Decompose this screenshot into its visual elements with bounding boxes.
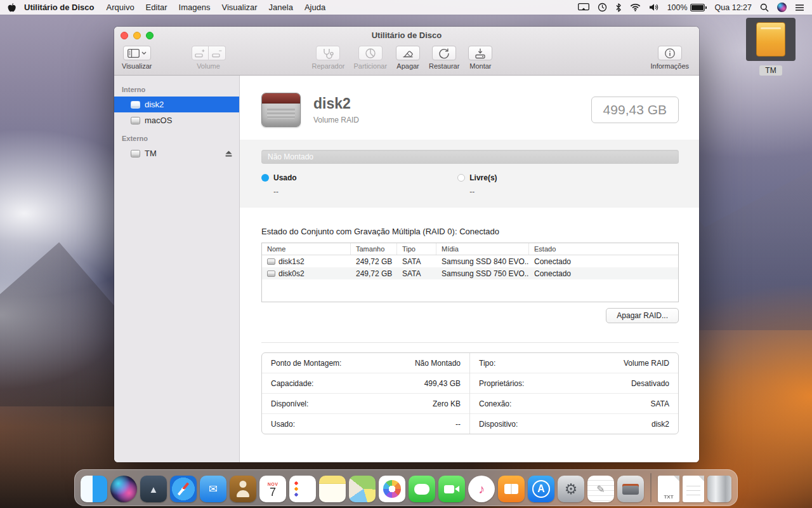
legend-free-value: -- xyxy=(469,187,653,196)
sidebar-item-macos[interactable]: macOS xyxy=(114,112,239,128)
menu-janela[interactable]: Janela xyxy=(263,3,299,12)
dock-calendar-icon[interactable]: NOV7 xyxy=(259,476,286,502)
raid-status-title: Estado do Conjunto com Gravação Múltipla… xyxy=(261,227,679,236)
screen-mirroring-icon[interactable] xyxy=(578,3,589,11)
info-value: Não Montado xyxy=(415,359,461,368)
app-store-glyph: A xyxy=(532,480,550,498)
first-aid-group: Reparador xyxy=(312,46,345,70)
remove-volume-button[interactable] xyxy=(209,46,226,60)
dock-itunes-icon[interactable]: ♪ xyxy=(468,476,495,502)
table-cell: SATA xyxy=(397,269,436,278)
battery-indicator[interactable]: 100% xyxy=(667,3,707,12)
apple-menu-icon[interactable] xyxy=(8,3,16,13)
dock-reminders-icon[interactable] xyxy=(289,476,316,502)
dock-notes-icon[interactable] xyxy=(319,476,346,502)
siri-menu-icon[interactable] xyxy=(777,3,787,12)
dock-safari-icon[interactable] xyxy=(170,476,197,502)
table-row[interactable]: disk1s2249,72 GBSATASamsung SSD 840 EVO.… xyxy=(262,255,678,267)
menubar-clock[interactable]: Qua 12:27 xyxy=(715,3,752,12)
dock-app-store-icon[interactable]: A xyxy=(528,476,554,502)
dock-textedit-icon[interactable]: ✎ xyxy=(587,476,614,502)
sidebar-item-label: disk2 xyxy=(145,100,164,109)
sidebar-item-label: macOS xyxy=(145,116,172,125)
dock-contacts-icon[interactable] xyxy=(230,476,256,502)
sidebar-item-disk2[interactable]: disk2 xyxy=(114,97,239,112)
info-value: Desativado xyxy=(631,379,669,388)
dock-photos-icon[interactable] xyxy=(379,476,405,502)
column-header-tipo[interactable]: Tipo xyxy=(397,243,436,255)
dock-launchpad-icon[interactable]: ▲ xyxy=(140,476,167,502)
dock-mail-icon[interactable]: ✉ xyxy=(200,476,226,502)
disk-icon xyxy=(267,271,275,277)
menu-imagens[interactable]: Imagens xyxy=(173,3,216,12)
column-header-mídia[interactable]: Mídia xyxy=(436,243,529,255)
info-label: Ponto de Montagem: xyxy=(271,359,341,368)
info-row: Usado:-- xyxy=(262,414,469,434)
window-sidebar: Internodisk2macOSExternoTM xyxy=(114,76,240,462)
column-header-estado[interactable]: Estado xyxy=(529,243,678,255)
tm-icon-label: TM xyxy=(759,65,782,76)
column-header-tamanho[interactable]: Tamanho xyxy=(351,243,397,255)
menu-ajuda[interactable]: Ajuda xyxy=(299,3,331,12)
mount-icon xyxy=(475,48,486,59)
notification-center-icon[interactable] xyxy=(795,4,804,11)
tm-selection-highlight xyxy=(746,18,796,61)
delete-raid-button[interactable]: Apagar RAID... xyxy=(606,308,679,323)
spotlight-icon[interactable] xyxy=(760,3,769,12)
erase-button[interactable] xyxy=(396,46,420,60)
view-button[interactable] xyxy=(123,46,151,60)
dock-system-preferences-icon[interactable]: ⚙ xyxy=(558,476,584,502)
menu-bar: Utilitário de Disco ArquivoEditarImagens… xyxy=(0,0,812,15)
volume-toolbar-group: Volume xyxy=(192,46,226,70)
first-aid-button[interactable] xyxy=(316,46,340,60)
dock-facetime-icon[interactable] xyxy=(438,476,465,502)
info-row: Conexão:SATA xyxy=(470,394,678,414)
desktop-icon-tm[interactable]: TM xyxy=(746,18,796,76)
dock-maps-icon[interactable] xyxy=(349,476,376,502)
dock-disk-utility-icon[interactable] xyxy=(617,476,644,502)
legend-used-dot xyxy=(261,174,269,182)
eject-button[interactable] xyxy=(225,150,233,157)
time-machine-icon[interactable] xyxy=(598,3,607,12)
dock-messages-icon[interactable] xyxy=(409,476,435,502)
table-cell: disk1s2 xyxy=(262,257,351,266)
menubar-app-name[interactable]: Utilitário de Disco xyxy=(24,3,95,12)
info-button[interactable] xyxy=(658,46,682,60)
wifi-icon[interactable] xyxy=(630,3,641,11)
menu-arquivo[interactable]: Arquivo xyxy=(101,3,140,12)
sidebar-item-tm[interactable]: TM xyxy=(114,145,239,161)
info-value: 499,43 GB xyxy=(424,379,461,388)
mount-button[interactable] xyxy=(468,46,492,60)
dock-trash-icon[interactable] xyxy=(707,476,731,502)
raid-members-table: NomeTamanhoTipoMídiaEstado disk1s2249,72… xyxy=(261,243,679,302)
volume-label: Volume xyxy=(197,62,220,70)
info-row: Capacidade:499,43 GB xyxy=(262,373,469,394)
bluetooth-icon[interactable] xyxy=(615,3,622,12)
restore-label: Restaurar xyxy=(429,62,459,70)
legend-used-label: Usado xyxy=(273,173,297,182)
title-bar[interactable]: Utilitário de Disco xyxy=(114,27,699,44)
remove-volume-icon xyxy=(212,49,222,58)
partition-button[interactable] xyxy=(358,46,383,60)
desktop: Utilitário de Disco ArquivoEditarImagens… xyxy=(0,0,812,508)
menu-visualizar[interactable]: Visualizar xyxy=(216,3,263,12)
info-label: Usado: xyxy=(271,420,295,429)
info-value: -- xyxy=(455,420,461,429)
table-cell: Conectado xyxy=(529,269,678,278)
add-volume-button[interactable] xyxy=(192,46,209,60)
restore-button[interactable] xyxy=(432,46,456,60)
dock-txt-file-icon[interactable]: TXT xyxy=(658,476,679,502)
dock-doc-file-icon[interactable] xyxy=(683,476,704,502)
dock-separator xyxy=(650,473,652,502)
info-col-right: Tipo:Volume RAIDProprietários:Desativado… xyxy=(470,353,678,434)
first-aid-label: Reparador xyxy=(312,62,345,70)
volume-icon[interactable] xyxy=(649,3,659,11)
dock-ibooks-icon[interactable] xyxy=(498,476,525,502)
table-row[interactable]: disk0s2249,72 GBSATASamsung SSD 750 EVO.… xyxy=(262,267,678,279)
window-title: Utilitário de Disco xyxy=(114,30,699,40)
column-header-nome[interactable]: Nome xyxy=(262,243,351,255)
dock-finder-icon[interactable] xyxy=(81,476,107,502)
info-label: Informações xyxy=(650,62,689,70)
menu-editar[interactable]: Editar xyxy=(140,3,173,12)
dock-siri-icon[interactable] xyxy=(110,476,137,502)
